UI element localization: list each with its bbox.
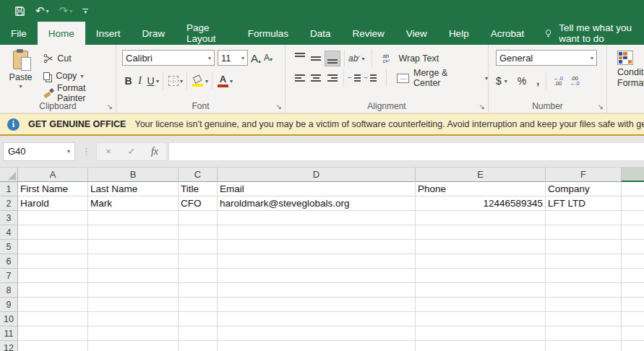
underline-button[interactable]: U bbox=[145, 75, 156, 87]
increase-font-size-button[interactable]: A▴ bbox=[251, 52, 261, 64]
cell-B7[interactable] bbox=[88, 269, 179, 283]
column-header-e[interactable]: E bbox=[416, 168, 546, 182]
row-header-1[interactable]: 1 bbox=[0, 182, 18, 196]
tab-formulas[interactable]: Formulas bbox=[237, 22, 299, 45]
cell-D7[interactable] bbox=[218, 269, 416, 283]
cell-C3[interactable] bbox=[179, 211, 218, 225]
merge-center-dropdown-caret[interactable]: ▾ bbox=[485, 75, 488, 82]
cell-E7[interactable] bbox=[416, 269, 546, 283]
cell-D11[interactable] bbox=[218, 326, 416, 341]
cell-G1[interactable] bbox=[622, 182, 644, 196]
cell-G5[interactable] bbox=[622, 240, 644, 254]
cell-F12[interactable] bbox=[546, 341, 622, 351]
tab-data[interactable]: Data bbox=[299, 22, 342, 45]
column-header-g[interactable] bbox=[622, 168, 644, 182]
cell-E10[interactable] bbox=[416, 312, 546, 326]
cell-D8[interactable] bbox=[218, 283, 416, 298]
align-left-button[interactable] bbox=[293, 70, 309, 86]
row-header-8[interactable]: 8 bbox=[0, 283, 18, 298]
cell-G8[interactable] bbox=[622, 283, 644, 298]
column-header-c[interactable]: C bbox=[179, 168, 218, 182]
row-header-7[interactable]: 7 bbox=[0, 269, 18, 283]
cell-E3[interactable] bbox=[416, 211, 546, 225]
font-family-dropdown-caret[interactable]: ▾ bbox=[205, 55, 211, 61]
cell-E11[interactable] bbox=[416, 326, 546, 341]
tab-help[interactable]: Help bbox=[438, 22, 480, 45]
borders-dropdown-caret[interactable]: ▾ bbox=[180, 78, 183, 84]
row-header-6[interactable]: 6 bbox=[0, 254, 18, 269]
column-header-d[interactable]: D bbox=[218, 168, 416, 182]
cell-A12[interactable] bbox=[18, 341, 88, 351]
cell-C5[interactable] bbox=[179, 240, 218, 254]
cell-G7[interactable] bbox=[622, 269, 644, 283]
cell-D1[interactable]: Email bbox=[218, 182, 416, 196]
align-right-button[interactable] bbox=[324, 70, 340, 86]
cell-F1[interactable]: Company bbox=[546, 182, 622, 196]
underline-dropdown-caret[interactable]: ▾ bbox=[156, 78, 159, 84]
row-header-4[interactable]: 4 bbox=[0, 225, 18, 240]
column-header-f[interactable]: F bbox=[546, 168, 622, 182]
cell-A7[interactable] bbox=[18, 269, 88, 283]
cell-F10[interactable] bbox=[546, 312, 622, 326]
font-dialog-launcher[interactable]: ↘ bbox=[276, 103, 282, 110]
row-header-2[interactable]: 2 bbox=[0, 196, 18, 211]
tab-home[interactable]: Home bbox=[38, 22, 85, 45]
font-family-combobox[interactable]: Calibri ▾ bbox=[122, 50, 215, 66]
select-all-button[interactable] bbox=[0, 168, 18, 182]
cell-A9[interactable] bbox=[18, 298, 88, 312]
cell-E4[interactable] bbox=[416, 225, 546, 240]
accounting-format-button[interactable]: $ bbox=[496, 75, 502, 87]
cell-B1[interactable]: Last Name bbox=[88, 182, 179, 196]
cell-B12[interactable] bbox=[88, 341, 179, 351]
cell-F6[interactable] bbox=[546, 254, 622, 269]
tab-draw[interactable]: Draw bbox=[132, 22, 176, 45]
tab-page-layout[interactable]: Page Layout bbox=[176, 22, 237, 45]
cell-B6[interactable] bbox=[88, 254, 179, 269]
cell-C2[interactable]: CFO bbox=[179, 196, 218, 211]
accounting-dropdown-caret[interactable]: ▾ bbox=[505, 78, 507, 84]
undo-dropdown-caret[interactable]: ▾ bbox=[46, 8, 49, 14]
cell-D12[interactable] bbox=[218, 341, 416, 351]
insert-function-button[interactable]: fx bbox=[143, 146, 166, 157]
increase-indent-button[interactable]: → bbox=[363, 70, 379, 86]
copy-button[interactable]: Copy ▾ bbox=[43, 69, 116, 83]
top-align-button[interactable] bbox=[293, 51, 309, 66]
cell-F5[interactable] bbox=[546, 240, 622, 254]
cell-A6[interactable] bbox=[18, 254, 88, 269]
cell-D6[interactable] bbox=[218, 254, 416, 269]
cell-C7[interactable] bbox=[179, 269, 218, 283]
conditional-formatting-button[interactable]: Conditional Formatting bbox=[617, 51, 644, 89]
number-dialog-launcher[interactable]: ↘ bbox=[598, 103, 604, 110]
copy-dropdown-caret[interactable]: ▾ bbox=[80, 73, 83, 79]
column-header-b[interactable]: B bbox=[88, 168, 179, 182]
cell-D10[interactable] bbox=[218, 312, 416, 326]
cell-A8[interactable] bbox=[18, 283, 88, 298]
wrap-text-button[interactable]: abc↵ Wrap Text bbox=[379, 53, 439, 64]
cell-E12[interactable] bbox=[416, 341, 546, 351]
cell-G4[interactable] bbox=[622, 225, 644, 240]
cell-D4[interactable] bbox=[218, 225, 416, 240]
font-color-button[interactable]: A bbox=[218, 75, 228, 87]
paste-dropdown-caret[interactable]: ▾ bbox=[20, 83, 22, 90]
middle-align-button[interactable] bbox=[309, 51, 325, 66]
tell-me-box[interactable]: Tell me what you want to do bbox=[545, 22, 644, 45]
cell-E6[interactable] bbox=[416, 254, 546, 269]
cell-G11[interactable] bbox=[622, 326, 644, 341]
tab-review[interactable]: Review bbox=[342, 22, 395, 45]
cell-C8[interactable] bbox=[179, 283, 218, 298]
font-color-dropdown-caret[interactable]: ▾ bbox=[230, 78, 233, 84]
formula-bar-grip[interactable]: ⋮ bbox=[82, 146, 90, 157]
decrease-decimal-button[interactable]: .00→.0 bbox=[570, 76, 580, 86]
decrease-indent-button[interactable]: ← bbox=[348, 70, 364, 86]
row-header-5[interactable]: 5 bbox=[0, 240, 18, 254]
borders-button[interactable] bbox=[168, 76, 179, 86]
italic-button[interactable]: I bbox=[134, 75, 145, 87]
format-painter-button[interactable]: Format Painter bbox=[43, 86, 116, 100]
number-format-dropdown-caret[interactable]: ▾ bbox=[588, 55, 593, 61]
row-header-10[interactable]: 10 bbox=[0, 312, 18, 326]
undo-button[interactable]: ↶▾ bbox=[35, 4, 49, 17]
name-box-dropdown-caret[interactable]: ▾ bbox=[67, 148, 70, 155]
row-header-9[interactable]: 9 bbox=[0, 298, 18, 312]
cell-F11[interactable] bbox=[546, 326, 622, 341]
tab-view[interactable]: View bbox=[395, 22, 438, 45]
